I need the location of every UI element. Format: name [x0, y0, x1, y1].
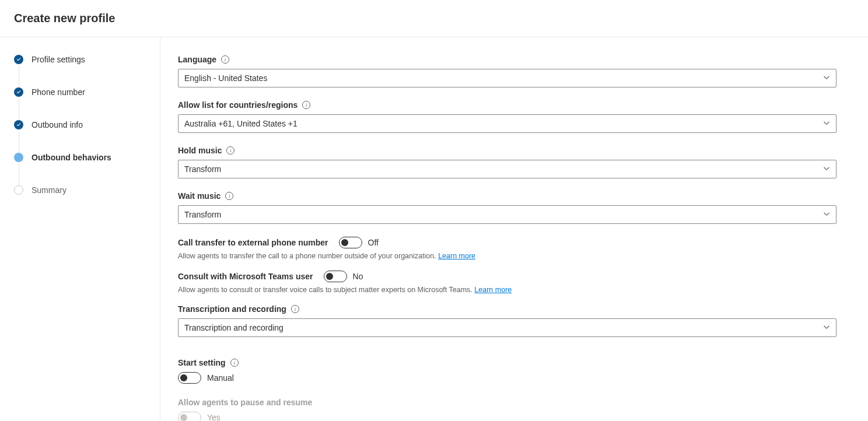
- current-step-icon: [14, 153, 23, 162]
- info-icon[interactable]: i: [230, 359, 239, 367]
- check-icon: [14, 120, 23, 129]
- pause-resume-label: Allow agents to pause and resume: [178, 398, 836, 407]
- consult-label: Consult with Microsoft Teams user: [178, 272, 313, 281]
- allowlist-select[interactable]: Australia +61, United States +1: [178, 114, 836, 133]
- language-field: Language i English - United States: [178, 55, 836, 87]
- holdmusic-field: Hold music i Transform: [178, 146, 836, 178]
- transfer-state: Off: [368, 238, 379, 247]
- start-setting-field: Start setting i Manual: [178, 358, 836, 384]
- language-select[interactable]: English - United States: [178, 69, 836, 87]
- transfer-label: Call transfer to external phone number: [178, 238, 328, 247]
- step-label: Outbound info: [32, 120, 83, 129]
- transfer-toggle-row: Call transfer to external phone number O…: [178, 237, 836, 248]
- language-label: Language i: [178, 55, 836, 64]
- language-value: English - United States: [184, 73, 267, 83]
- allowlist-value: Australia +61, United States +1: [184, 119, 298, 128]
- step-label: Summary: [32, 185, 66, 195]
- waitmusic-label: Wait music i: [178, 191, 836, 201]
- form-panel: Language i English - United States Allow…: [160, 37, 868, 421]
- consult-learn-more-link[interactable]: Learn more: [474, 286, 512, 294]
- allowlist-field: Allow list for countries/regions i Austr…: [178, 100, 836, 133]
- transcription-field: Transcription and recording i Transcript…: [178, 304, 836, 337]
- page-title: Create new profile: [0, 0, 868, 37]
- start-setting-toggle[interactable]: [178, 372, 201, 384]
- allowlist-label: Allow list for countries/regions i: [178, 100, 836, 110]
- chevron-down-icon: [823, 164, 830, 174]
- step-label: Outbound behaviors: [32, 153, 111, 162]
- step-label: Profile settings: [32, 55, 85, 64]
- check-icon: [14, 55, 23, 64]
- wizard-steps-nav: Profile settings Phone number Outbound i…: [0, 37, 160, 421]
- transfer-learn-more-link[interactable]: Learn more: [438, 252, 475, 260]
- step-label: Phone number: [32, 87, 85, 97]
- chevron-down-icon: [823, 73, 830, 83]
- start-setting-label: Start setting i: [178, 358, 836, 367]
- waitmusic-field: Wait music i Transform: [178, 191, 836, 224]
- step-phone-number[interactable]: Phone number: [14, 87, 160, 97]
- pause-resume-toggle: [178, 412, 201, 421]
- step-outbound-info[interactable]: Outbound info: [14, 120, 160, 129]
- waitmusic-value: Transform: [184, 210, 221, 219]
- info-icon[interactable]: i: [226, 146, 235, 155]
- step-outbound-behaviors[interactable]: Outbound behaviors: [14, 153, 160, 162]
- content-container: Profile settings Phone number Outbound i…: [0, 37, 868, 421]
- consult-state: No: [353, 272, 363, 281]
- transcription-value: Transcription and recording: [184, 323, 284, 332]
- info-icon[interactable]: i: [302, 101, 310, 109]
- start-setting-state: Manual: [207, 373, 234, 383]
- consult-toggle-row: Consult with Microsoft Teams user No: [178, 271, 836, 282]
- pause-resume-state: Yes: [207, 413, 220, 421]
- step-summary[interactable]: Summary: [14, 185, 160, 195]
- chevron-down-icon: [823, 210, 830, 219]
- chevron-down-icon: [823, 323, 830, 332]
- holdmusic-label: Hold music i: [178, 146, 836, 155]
- chevron-down-icon: [823, 119, 830, 128]
- info-icon[interactable]: i: [221, 55, 229, 64]
- waitmusic-select[interactable]: Transform: [178, 205, 836, 224]
- consult-toggle[interactable]: [324, 271, 347, 282]
- consult-helper: Allow agents to consult or transfer voic…: [178, 286, 836, 294]
- info-icon[interactable]: i: [225, 192, 233, 200]
- pending-step-icon: [14, 185, 23, 195]
- transfer-toggle[interactable]: [339, 237, 362, 248]
- step-profile-settings[interactable]: Profile settings: [14, 55, 160, 64]
- holdmusic-value: Transform: [184, 164, 221, 174]
- transcription-select[interactable]: Transcription and recording: [178, 318, 836, 337]
- info-icon[interactable]: i: [291, 305, 299, 313]
- transfer-helper: Allow agents to transfer the call to a p…: [178, 252, 836, 260]
- pause-resume-field: Allow agents to pause and resume Yes: [178, 398, 836, 421]
- holdmusic-select[interactable]: Transform: [178, 160, 836, 178]
- check-icon: [14, 87, 23, 97]
- transcription-label: Transcription and recording i: [178, 304, 836, 314]
